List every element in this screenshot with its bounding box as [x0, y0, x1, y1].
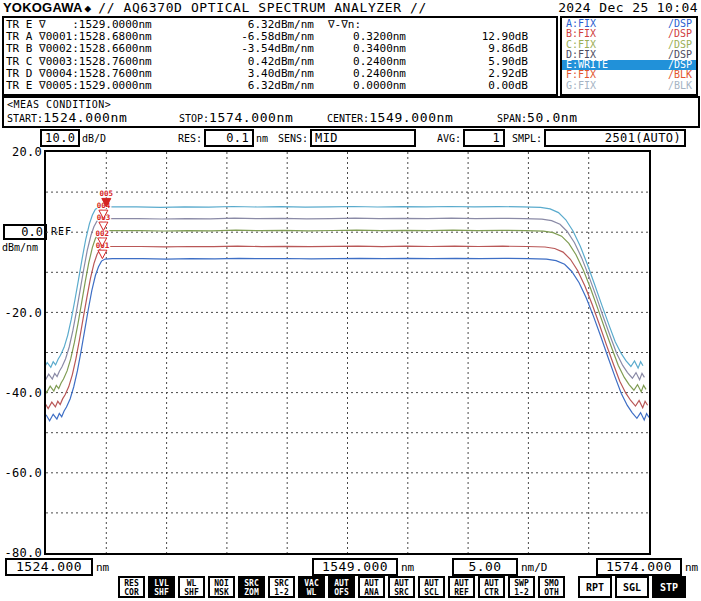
osa-screen: YOKOGAWA ◆ // AQ6370D OPTICAL SPECTRUM A…: [0, 0, 701, 601]
meas-field-value: 1549.000nm: [369, 110, 453, 125]
softkey-row: RESCORLVLSHFWLSHFNOIMSKSRCZOMSRC1-2VACWL…: [118, 576, 686, 598]
softkey-aut-src[interactable]: AUTSRC: [388, 576, 415, 598]
meas-field: START:1524.000nm: [7, 110, 179, 125]
meas-condition-title: <MEAS CONDITION>: [7, 99, 695, 110]
trace-marker-level: -3.54dBm/nm: [156, 43, 314, 55]
softkey-swp-1-2[interactable]: SWP1-2: [508, 576, 535, 598]
y-axis-unit: dBm/nm: [2, 242, 38, 253]
sampling-setting: SMPL: 2501(AUTO): [512, 129, 686, 147]
meas-field-value: 50.0nm: [527, 110, 578, 125]
x-axis-center: 1549.000 nm: [312, 558, 414, 576]
softkey-rpt[interactable]: RPT: [578, 576, 612, 598]
yokogawa-logo: YOKOGAWA: [3, 0, 83, 15]
softkey-wl-shf[interactable]: WLSHF: [178, 576, 205, 598]
trace-status-mode: G:FIX: [566, 81, 596, 91]
x-scale-unit: nm/D: [521, 561, 548, 574]
yokogawa-diamond-icon: ◆: [85, 2, 92, 15]
y-axis-tick: -40.0: [0, 386, 42, 400]
meas-condition-box: <MEAS CONDITION> START:1524.000nmSTOP:15…: [2, 96, 700, 128]
x-stop-value: 1574.000: [596, 558, 682, 576]
svg-text:002: 002: [95, 229, 109, 238]
meas-condition-fields: START:1524.000nmSTOP:1574.000nmCENTER:15…: [7, 110, 695, 125]
trace-marker-delta-level: 5.90dB: [406, 56, 528, 68]
softkey-aut-ofs[interactable]: AUTOFS: [328, 576, 355, 598]
x-axis-scale: 5.00 nm/D: [452, 558, 548, 576]
softkey-aut-scl[interactable]: AUTSCL: [418, 576, 445, 598]
y-axis-tick: -20.0: [0, 306, 42, 320]
title-bar: YOKOGAWA ◆ // AQ6370D OPTICAL SPECTRUM A…: [3, 0, 698, 14]
trace-marker-delta-wl: 0.2400nm: [314, 56, 406, 68]
y-axis-tick: -60.0: [0, 466, 42, 480]
meas-field: STOP:1574.000nm: [179, 110, 327, 125]
resolution-setting: RES: 0.1 nm: [178, 129, 268, 147]
x-start-unit: nm: [96, 561, 109, 574]
meas-field: SPAN: 50.0nm: [497, 110, 578, 125]
average-setting: AVG: 1: [437, 129, 505, 147]
x-stop-unit: nm: [685, 561, 698, 574]
trace-status-panel: A:FIX/DSPB:FIX/DSPC:FIX/DSPD:FIX/DSPE:WR…: [560, 16, 698, 96]
softkey-smo-oth[interactable]: SMOOTH: [538, 576, 565, 598]
trace-marker-delta-level: 0.00dB: [406, 80, 528, 92]
meas-field-value: 1524.000nm: [43, 110, 127, 125]
trace-marker-level: 0.42dBm/nm: [156, 56, 314, 68]
spectrum-plot: 001002003004005: [44, 150, 651, 555]
trace-marker-label: TR B ∇0002:1528.6600nm: [6, 43, 156, 55]
softkey-stp[interactable]: STP: [652, 576, 686, 598]
trace-marker-delta-level: 9.86dB: [406, 43, 528, 55]
x-axis-start: 1524.000 nm: [5, 558, 109, 576]
svg-text:005: 005: [100, 189, 114, 198]
sens-label: SENS:: [278, 133, 308, 144]
meas-field: CENTER:1549.000nm: [327, 110, 497, 125]
avg-value[interactable]: 1: [463, 129, 505, 147]
softkey-aut-ref[interactable]: AUTREF: [448, 576, 475, 598]
meas-field-label: CENTER:: [327, 113, 369, 124]
softkey-sgl[interactable]: SGL: [615, 576, 649, 598]
softkey-src-zom[interactable]: SRCZOM: [238, 576, 265, 598]
trace-table: TR E ∇ :1529.0000nm6.32dBm/nm∇-∇n:TR A ∇…: [2, 16, 558, 96]
res-label: RES:: [178, 133, 202, 144]
level-scale-setting: 10.0 dB/D: [40, 129, 106, 147]
avg-label: AVG:: [437, 133, 461, 144]
trace-table-row: TR B ∇0002:1528.6600nm-3.54dBm/nm0.3400n…: [6, 43, 554, 55]
trace-marker-level: 6.32dBm/nm: [156, 80, 314, 92]
x-scale-value: 5.00: [452, 558, 518, 576]
softkey-noi-msk[interactable]: NOIMSK: [208, 576, 235, 598]
x-center-unit: nm: [401, 561, 414, 574]
softkey-lvl-shf[interactable]: LVLSHF: [148, 576, 175, 598]
y-axis-tick: 20.0: [0, 145, 42, 159]
trace-marker-label: TR E ∇0005:1529.0000nm: [6, 80, 156, 92]
ref-level-box: 0.0: [3, 224, 47, 240]
level-scale-value[interactable]: 10.0: [40, 129, 80, 147]
softkey-vac-wl[interactable]: VACWL: [298, 576, 325, 598]
softkey-aut-ana[interactable]: AUTANA: [358, 576, 385, 598]
page-title: // AQ6370D OPTICAL SPECTRUM ANALYZER //: [98, 0, 427, 15]
meas-field-label: START:: [7, 113, 43, 124]
trace-marker-delta-wl: 0.3400nm: [314, 43, 406, 55]
x-axis-stop: 1574.000 nm: [596, 558, 698, 576]
x-start-value: 1524.000: [5, 558, 93, 576]
trace-status-display: /BLK: [668, 81, 692, 91]
meas-field-label: SPAN:: [497, 113, 527, 124]
trace-table-row: TR C ∇0003:1528.7600nm0.42dBm/nm0.2400nm…: [6, 56, 554, 68]
smpl-label: SMPL:: [512, 133, 542, 144]
datetime: 2024 Dec 25 10:04: [558, 0, 698, 15]
res-value[interactable]: 0.1: [204, 129, 254, 147]
trace-marker-label: TR C ∇0003:1528.7600nm: [6, 56, 156, 68]
trace-status-row[interactable]: G:FIX/BLK: [562, 81, 696, 91]
res-unit: nm: [256, 133, 268, 144]
sens-value[interactable]: MID: [310, 129, 416, 147]
trace-table-row: TR E ∇0005:1529.0000nm6.32dBm/nm0.0000nm…: [6, 80, 554, 92]
level-scale-unit: dB/D: [82, 133, 106, 144]
softkey-src-1-2[interactable]: SRC1-2: [268, 576, 295, 598]
smpl-value[interactable]: 2501(AUTO): [544, 129, 686, 147]
meas-field-value: 1574.000nm: [209, 110, 293, 125]
meas-field-label: STOP:: [179, 113, 209, 124]
trace-marker-delta-wl: 0.0000nm: [314, 80, 406, 92]
sensitivity-setting: SENS: MID: [278, 129, 416, 147]
x-center-value: 1549.000: [312, 558, 398, 576]
softkey-res-cor[interactable]: RESCOR: [118, 576, 145, 598]
softkey-aut-ctr[interactable]: AUTCTR: [478, 576, 505, 598]
